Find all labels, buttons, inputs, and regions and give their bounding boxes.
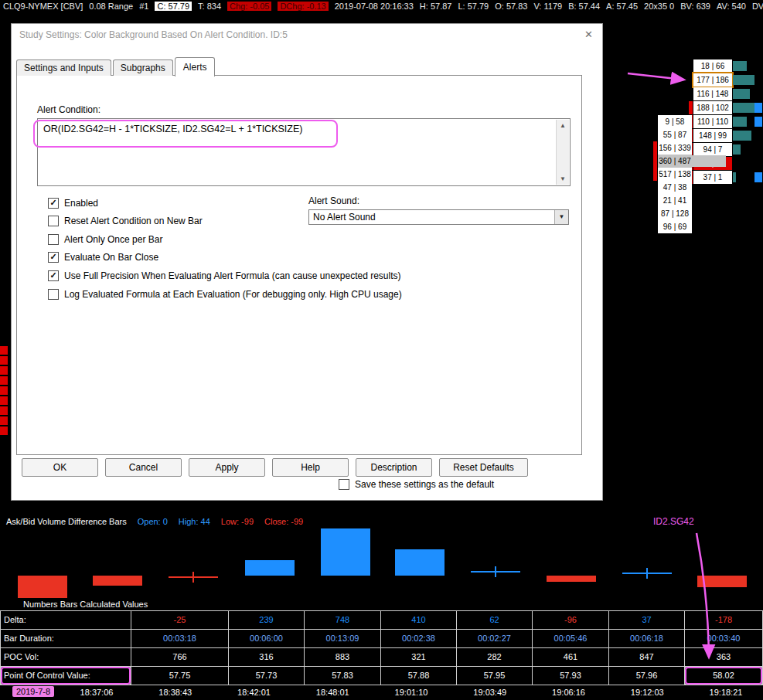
study-settings-dialog: Study Settings: Color Background Based O…: [11, 23, 603, 501]
ladder-cell: 148 | 99: [693, 129, 732, 142]
checkbox-row[interactable]: ✓Evaluate On Bar Close: [48, 252, 158, 263]
arrow-icon: [628, 73, 683, 80]
time-label: 18:48:01: [316, 688, 349, 697]
value-cell: 00:03:40: [685, 630, 762, 647]
dropdown-arrow-icon[interactable]: ▼: [554, 210, 568, 224]
chart-legend: Ask/Bid Volume Difference Bars Open: 0Hi…: [6, 517, 303, 526]
value-cell: 57.96: [609, 667, 684, 685]
save-default-checkbox[interactable]: [339, 479, 349, 490]
checkbox[interactable]: [48, 289, 59, 300]
quote-segment: C: 57.79: [155, 2, 192, 11]
chart-bar: [697, 576, 747, 587]
checkbox-label: Alert Only Once per Bar: [64, 234, 162, 245]
value-cell: 58.02: [685, 667, 762, 685]
checkbox-row[interactable]: ✓Use Full Precision When Evaluating Aler…: [48, 270, 401, 281]
apply-button[interactable]: Apply: [189, 458, 265, 477]
value-cell: 57.95: [457, 667, 532, 685]
value-cell: 461: [533, 648, 608, 666]
value-cell: -25: [131, 611, 228, 629]
alert-condition-input[interactable]: OR(ID2.SG42=H - 1*TICKSIZE, ID2.SG42=L +…: [37, 118, 571, 186]
checkbox[interactable]: [48, 216, 59, 226]
left-red-segment: [0, 346, 8, 355]
left-red-segment: [0, 396, 8, 405]
checkbox-row[interactable]: ✓Enabled: [48, 198, 98, 209]
value-cell: 00:06:00: [229, 630, 304, 647]
ladder-cell: 116 | 148: [693, 87, 732, 100]
cancel-button[interactable]: Cancel: [105, 458, 182, 477]
left-red-segment: [0, 406, 8, 415]
close-icon[interactable]: ✕: [584, 29, 593, 39]
ladder-cell: 110 | 110: [693, 115, 732, 128]
alert-condition-formula: OR(ID2.SG42=H - 1*TICKSIZE, ID2.SG42=L +…: [43, 124, 551, 134]
ladder-cell: 9 | 58: [658, 115, 692, 128]
ladder-cell: 21 | 41: [658, 194, 692, 207]
alert-sound-value: No Alert Sound: [313, 212, 376, 223]
formula-scrollbar[interactable]: ▲ ▼: [556, 120, 569, 185]
alert-condition-label: Alert Condition:: [37, 104, 100, 115]
reset-defaults-button[interactable]: Reset Defaults: [439, 458, 528, 477]
ladder-cell: 517 | 138: [658, 168, 692, 181]
value-cell: 57.83: [305, 667, 380, 685]
dialog-title: Study Settings: Color Background Based O…: [12, 24, 602, 46]
description-button[interactable]: Description: [356, 458, 432, 477]
quote-segment: T: 834: [198, 2, 221, 11]
scroll-down-icon[interactable]: ▼: [557, 175, 569, 182]
legend-item: Low: -99: [221, 517, 254, 526]
quote-segment: 0.08 Range: [89, 2, 133, 11]
app-screen: CLQ9-NYMEX [CBV]0.08 Range#1C: 57.79T: 8…: [0, 0, 763, 700]
alert-sound-select[interactable]: No Alert Sound ▼: [308, 209, 569, 225]
checkbox-row[interactable]: Log Evaluated Formula at Each Evaluation…: [48, 289, 402, 300]
quote-segment: 20x35 0: [644, 2, 674, 11]
quote-segment: L: 57.79: [458, 2, 489, 11]
checkbox[interactable]: ✓: [48, 270, 59, 281]
quote-segment: B: 57.44: [568, 2, 600, 11]
time-label: 19:12:03: [631, 688, 664, 697]
value-cell: 37: [609, 611, 684, 629]
chart-title: Ask/Bid Volume Difference Bars: [6, 517, 127, 526]
value-cell: 410: [381, 611, 456, 629]
value-cell: 883: [305, 648, 380, 666]
tab-settings-and-inputs[interactable]: Settings and Inputs: [16, 59, 111, 76]
dialog-tabs: Settings and InputsSubgraphsAlerts: [16, 57, 216, 76]
row-label: Bar Duration:: [1, 630, 131, 647]
ladder-cell: 177 | 186: [693, 73, 732, 87]
scroll-up-icon[interactable]: ▲: [557, 122, 569, 129]
row-label: POC Vol:: [1, 648, 131, 666]
time-label: 18:42:01: [237, 688, 271, 697]
checkbox[interactable]: [48, 234, 59, 245]
value-cell: 00:03:18: [131, 630, 228, 647]
ladder-cell: 156 | 339: [658, 141, 692, 155]
tab-subgraphs[interactable]: Subgraphs: [113, 59, 173, 76]
ladder-volume-bar: [733, 89, 750, 99]
left-red-segment: [0, 366, 8, 375]
ladder-red-stripe: [653, 155, 657, 168]
checkbox-row[interactable]: Reset Alert Condition on New Bar: [48, 216, 203, 226]
ladder-edge-bar: [754, 172, 762, 182]
save-default-row[interactable]: Save these settings as the default: [339, 479, 494, 490]
value-cell: 766: [131, 648, 228, 666]
ladder-cell: 94 | 7: [693, 143, 732, 156]
chart-bar: [547, 576, 596, 582]
checkbox[interactable]: ✓: [48, 252, 59, 263]
checkbox-label: Enabled: [64, 198, 98, 209]
value-cell: -178: [685, 611, 762, 629]
tab-alerts[interactable]: Alerts: [175, 57, 216, 76]
ladder-cell: 55 | 87: [658, 128, 692, 141]
quote-segment: A: 57.45: [606, 2, 638, 11]
left-red-segment: [0, 386, 8, 395]
value-cell: 00:02:38: [381, 630, 456, 647]
time-label: 18:38:43: [158, 688, 192, 697]
checkbox-label: Use Full Precision When Evaluating Alert…: [64, 270, 401, 281]
value-cell: 282: [457, 648, 532, 666]
checkbox[interactable]: ✓: [48, 198, 59, 209]
help-button[interactable]: Help: [272, 458, 349, 477]
ladder-red-stripe: [653, 141, 657, 155]
chart-bar: [321, 528, 370, 576]
checkbox-row[interactable]: Alert Only Once per Bar: [48, 234, 162, 245]
chart-bar: [245, 560, 295, 576]
ladder-cell: 96 | 69: [658, 220, 692, 233]
ok-button[interactable]: OK: [22, 458, 98, 477]
row-label: Delta:: [1, 611, 131, 629]
value-cell: 00:13:09: [305, 630, 380, 647]
value-cell: 57.93: [533, 667, 608, 685]
